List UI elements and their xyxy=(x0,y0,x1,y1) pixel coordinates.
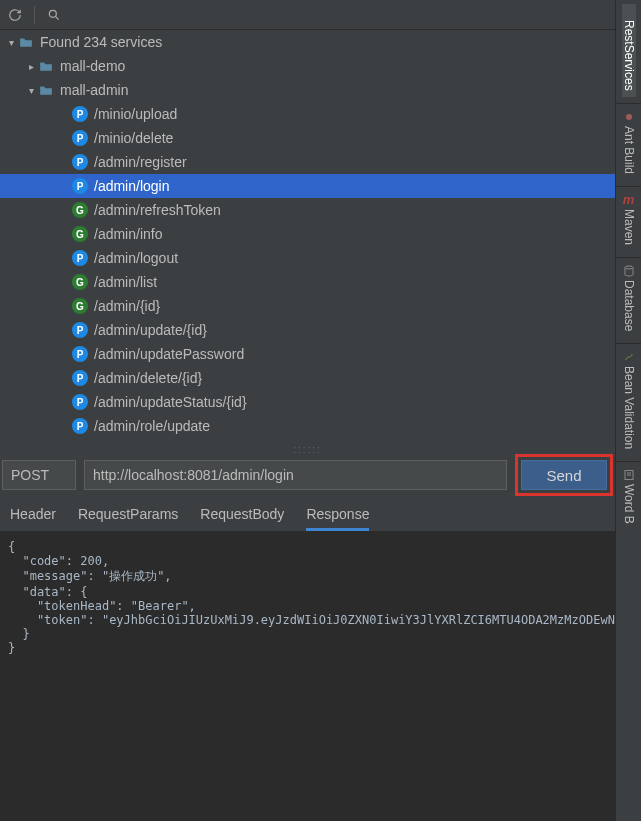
tree-endpoint[interactable]: G/admin/list xyxy=(0,270,615,294)
tab-requestparams[interactable]: RequestParams xyxy=(78,506,178,531)
tree-endpoint[interactable]: P/admin/login xyxy=(0,174,615,198)
tab-requestbody[interactable]: RequestBody xyxy=(200,506,284,531)
services-tree: ▾Found 234 services▸mall-demo▾mall-admin… xyxy=(0,30,615,444)
search-icon[interactable] xyxy=(45,6,63,24)
gutter-separator xyxy=(616,186,641,187)
toolbar-separator xyxy=(34,6,35,24)
method-icon: P xyxy=(72,346,88,362)
tab-header[interactable]: Header xyxy=(10,506,56,531)
tree-endpoint[interactable]: P/admin/update/{id} xyxy=(0,318,615,342)
gutter-label: Maven xyxy=(622,209,636,251)
method-icon: P xyxy=(72,322,88,338)
method-icon: P xyxy=(72,250,88,266)
tree-endpoint[interactable]: P/minio/delete xyxy=(0,126,615,150)
method-icon: G xyxy=(72,274,88,290)
method-icon: P xyxy=(72,106,88,122)
url-input[interactable] xyxy=(84,460,507,490)
method-icon: P xyxy=(72,418,88,434)
tree-endpoint[interactable]: P/admin/updateStatus/{id} xyxy=(0,390,615,414)
method-icon: G xyxy=(72,202,88,218)
bean-icon xyxy=(622,350,636,364)
method-icon: P xyxy=(72,370,88,386)
gutter-separator xyxy=(616,343,641,344)
svg-line-1 xyxy=(55,16,58,19)
method-icon: P xyxy=(72,154,88,170)
gutter-separator xyxy=(616,257,641,258)
method-icon: G xyxy=(72,298,88,314)
gutter-item[interactable]: Ant Build xyxy=(622,110,636,180)
gutter-separator xyxy=(616,461,641,462)
svg-point-0 xyxy=(49,10,56,17)
tree-endpoint[interactable]: P/admin/updatePassword xyxy=(0,342,615,366)
rest-icon xyxy=(622,4,636,18)
tree-root[interactable]: ▾Found 234 services xyxy=(0,30,615,54)
svg-point-2 xyxy=(626,114,632,120)
svg-point-3 xyxy=(625,266,633,269)
gutter-label: Database xyxy=(622,280,636,337)
http-method-select[interactable]: POST xyxy=(2,460,76,490)
gutter-item[interactable]: Word B xyxy=(622,468,636,530)
request-tabs: HeaderRequestParamsRequestBodyResponse xyxy=(0,502,615,532)
refresh-icon[interactable] xyxy=(6,6,24,24)
toolbar xyxy=(0,0,615,30)
tree-module[interactable]: ▸mall-demo xyxy=(0,54,615,78)
gutter-separator xyxy=(616,103,641,104)
db-icon xyxy=(622,264,636,278)
request-bar: POST Send xyxy=(0,454,615,502)
method-icon: P xyxy=(72,178,88,194)
word-icon xyxy=(622,468,636,482)
method-icon: P xyxy=(72,394,88,410)
response-body: { "code": 200, "message": "操作成功", "data"… xyxy=(0,532,615,821)
tree-endpoint[interactable]: G/admin/info xyxy=(0,222,615,246)
resize-grip[interactable]: :::::: xyxy=(0,444,615,454)
tree-endpoint[interactable]: P/admin/delete/{id} xyxy=(0,366,615,390)
tree-endpoint[interactable]: P/admin/register xyxy=(0,150,615,174)
send-button[interactable]: Send xyxy=(521,460,607,490)
gutter-item[interactable]: Database xyxy=(622,264,636,337)
tab-response[interactable]: Response xyxy=(306,506,369,531)
method-icon: G xyxy=(72,226,88,242)
maven-icon: m xyxy=(622,193,636,207)
gutter-label: Word B xyxy=(622,484,636,530)
method-icon: P xyxy=(72,130,88,146)
tree-endpoint[interactable]: G/admin/{id} xyxy=(0,294,615,318)
tree-endpoint[interactable]: P/admin/role/update xyxy=(0,414,615,438)
gutter-label: RestServices xyxy=(622,20,636,97)
ant-icon xyxy=(622,110,636,124)
gutter-item[interactable]: Bean Validation xyxy=(622,350,636,455)
tree-endpoint[interactable]: P/admin/logout xyxy=(0,246,615,270)
send-highlight: Send xyxy=(515,454,613,496)
gutter-label: Ant Build xyxy=(622,126,636,180)
tree-endpoint[interactable]: P/minio/upload xyxy=(0,102,615,126)
tree-endpoint[interactable]: G/admin/refreshToken xyxy=(0,198,615,222)
gutter-item[interactable]: RestServices xyxy=(622,4,636,97)
tree-module[interactable]: ▾mall-admin xyxy=(0,78,615,102)
gutter-item[interactable]: mMaven xyxy=(622,193,636,251)
gutter-label: Bean Validation xyxy=(622,366,636,455)
right-tool-gutter: RestServicesAnt BuildmMavenDatabaseBean … xyxy=(615,0,641,821)
